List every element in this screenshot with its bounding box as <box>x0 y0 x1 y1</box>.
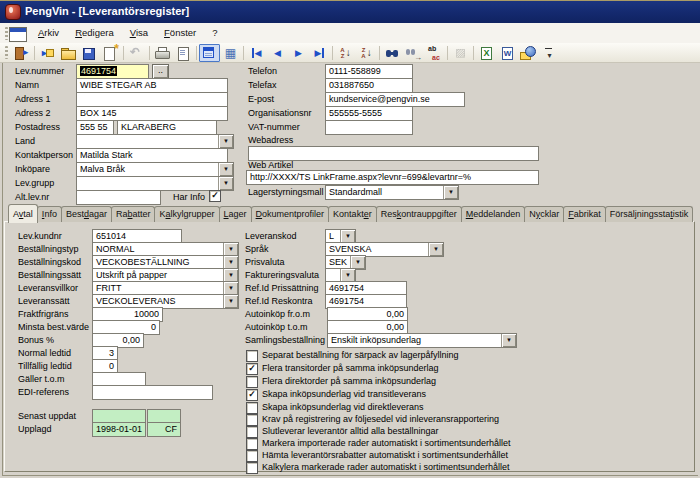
har-info-checkbox[interactable] <box>209 190 221 202</box>
adress1-input[interactable] <box>76 92 228 107</box>
avtal-checkbox-label: Hämta leverantörsrabatter automatiskt i … <box>262 450 508 461</box>
tab-kontakter[interactable]: Kontakter <box>328 206 377 222</box>
leverantor-form: Lev.nummer 4691754 .. Namn WIBE STEGAR A… <box>0 1 700 478</box>
refid-reskontra-label: Ref.Id Reskontra <box>245 296 313 307</box>
sprak-value: SVENSKA <box>329 244 372 254</box>
postort-input[interactable]: KLARABERG <box>117 120 217 135</box>
avtal-checkbox-markera-importerade-rader[interactable] <box>246 438 258 450</box>
sprak-dropdown-arrow[interactable]: ▼ <box>428 243 443 256</box>
lev-nummer-value: 4691754 <box>80 66 117 76</box>
tab-reskontrauppgifter[interactable]: Reskontrauppgifter <box>376 206 462 222</box>
senast-uppdat-label: Senast uppdat <box>18 411 76 422</box>
lagerstyrningsmall-combobox[interactable]: Standardmall▼ <box>325 185 459 200</box>
telefon-input[interactable]: 0111-558899 <box>325 64 413 79</box>
kontaktperson-input[interactable]: Matilda Stark <box>76 148 228 163</box>
land-combobox[interactable]: ▼ <box>76 134 234 149</box>
epost-input[interactable]: kundservice@pengvin.se <box>325 92 465 107</box>
minsta-best-varde-label: Minsta best.värde <box>18 322 89 333</box>
web-artikel-input[interactable]: http://XXXX/TS LinkFrame.aspx?levnr=699&… <box>246 170 539 185</box>
avtal-checkbox-skapa-inkopsunderlag-vid[interactable] <box>246 389 258 401</box>
lagerstyrningsmall-value: Standardmall <box>329 187 382 197</box>
telefax-label: Telefax <box>248 80 277 91</box>
adress2-input[interactable]: BOX 145 <box>76 106 228 121</box>
leveransvillkor-label: Leveransvillkor <box>18 283 78 294</box>
lev-nummer-browse-button[interactable]: .. <box>152 64 169 79</box>
leveranskod-value: L <box>329 231 334 241</box>
vat-nummer-input[interactable] <box>325 120 413 135</box>
vat-nummer-label: VAT-nummer <box>248 122 300 133</box>
namn-label: Namn <box>15 80 39 91</box>
faktureringsvaluta-label: Faktureringsvaluta <box>245 270 319 281</box>
inkopare-dropdown-arrow[interactable]: ▼ <box>218 163 233 176</box>
refid-prissattning-label: Ref.Id Prissättning <box>245 283 319 294</box>
tillfallig-ledtid-label: Tillfällig ledtid <box>18 361 72 372</box>
lev-kundnr-label: Lev.kundnr <box>18 231 62 242</box>
edi-referens-input[interactable] <box>92 385 213 400</box>
samlingsbestallning-label: Samlingsbeställning <box>245 335 325 346</box>
tab-avtal[interactable]: Avtal <box>8 204 38 223</box>
client-left-edge <box>2 63 3 475</box>
leveranssatt-dropdown-arrow[interactable]: ▼ <box>223 295 238 308</box>
client-bottom-edge <box>2 475 698 476</box>
kontaktperson-label: Kontaktperson <box>15 150 73 161</box>
avtal-checkbox-flera-direktorder-pa[interactable] <box>246 376 258 388</box>
land-dropdown-arrow[interactable]: ▼ <box>218 135 233 148</box>
bestallningstyp-value: NORMAL <box>96 244 135 254</box>
lev-grupp-label: Lev.grupp <box>15 178 54 189</box>
avtal-checkbox-label: Separat beställning för särpack av lager… <box>262 350 459 361</box>
upplagd-date-field: 1998-01-01 <box>92 422 146 437</box>
tab-meddelanden[interactable]: Meddelanden <box>461 206 526 222</box>
organisationsnr-input[interactable]: 555555-5555 <box>325 106 413 121</box>
webadress-input[interactable] <box>248 146 539 161</box>
galler-tom-label: Gäller t.o.m <box>18 374 65 385</box>
webadress-label: Webadress <box>248 135 293 146</box>
avtal-checkbox-label: Flera transitorder på samma inköpsunderl… <box>262 363 439 374</box>
avtal-checkbox-separat-bestallning-for[interactable] <box>246 350 258 362</box>
avtal-checkbox-slutleverar-leverantor-alltid[interactable] <box>246 426 258 438</box>
pengvin-window: PengVin - [Leverantörsregister] ArkivRed… <box>0 0 700 478</box>
bestallningstyp-label: Beställningstyp <box>18 244 79 255</box>
tab-dokumentprofiler[interactable]: Dokumentprofiler <box>251 206 330 222</box>
avtal-checkbox-flera-transitorder-pa[interactable] <box>246 363 258 375</box>
lev-grupp-combobox[interactable]: ▼ <box>76 176 234 191</box>
adress2-label: Adress 2 <box>15 108 51 119</box>
samlingsbestallning-dropdown-arrow[interactable]: ▼ <box>501 334 516 347</box>
autoinkop-from-label: Autoinköp fr.o.m <box>245 309 310 320</box>
lagerstyrningsmall-label: Lagerstyrningsmall <box>248 187 324 198</box>
inkopare-label: Inköpare <box>15 164 50 175</box>
inkopare-combobox[interactable]: Malva Bråk▼ <box>76 162 234 177</box>
samlingsbestallning-combobox[interactable]: Enskilt inköpsunderlag▼ <box>327 333 517 348</box>
tab-fabrikat[interactable]: Fabrikat <box>563 206 606 222</box>
har-info-label: Har Info <box>173 192 205 203</box>
tab-strip: AvtalInfoBestdagarRabatterKalkylgrupperL… <box>8 203 696 222</box>
telefax-input[interactable]: 031887650 <box>325 78 413 93</box>
avtal-checkbox-kalkylera-markerade-rader[interactable] <box>246 462 258 474</box>
tab-info[interactable]: Info <box>37 206 62 222</box>
tab-bestdagar[interactable]: Bestdagar <box>61 206 112 222</box>
tab-forsaljningsstatistik[interactable]: Försäljningsstatistik <box>605 206 694 222</box>
postadress-label: Postadress <box>15 122 60 133</box>
lev-nummer-input[interactable]: 4691754 <box>76 64 149 79</box>
lev-grupp-dropdown-arrow[interactable]: ▼ <box>218 177 233 190</box>
inkopare-value: Malva Bråk <box>80 164 125 174</box>
tab-kalkylgrupper[interactable]: Kalkylgrupper <box>154 206 219 222</box>
postnummer-input[interactable]: 555 55 <box>76 120 114 135</box>
fraktfrigrans-label: Fraktfrigräns <box>18 309 69 320</box>
avtal-checkbox-label: Krav på registrering av följesedel vid i… <box>262 414 499 425</box>
normal-ledtid-label: Normal ledtid <box>18 348 71 359</box>
avtal-checkbox-skapa-inkopsunderlag-vid[interactable] <box>246 402 258 414</box>
avtal-checkbox-krav-pa-registrering[interactable] <box>246 414 258 426</box>
tab-lager[interactable]: Lager <box>219 206 252 222</box>
autoinkop-tom-label: Autoinköp t.o.m <box>245 322 308 333</box>
lagerstyrningsmall-dropdown-arrow[interactable]: ▼ <box>443 186 458 199</box>
avtal-checkbox-label: Flera direktorder på samma inköpsunderla… <box>262 376 436 387</box>
avtal-checkbox-hamta-leverantorsrabatter-automatiskt[interactable] <box>246 450 258 462</box>
land-label: Land <box>15 136 35 147</box>
bestallningssatt-label: Beställningssätt <box>18 270 81 281</box>
namn-input[interactable]: WIBE STEGAR AB <box>76 78 228 93</box>
lev-nummer-label: Lev.nummer <box>15 66 64 77</box>
tab-nycklar[interactable]: Nycklar <box>524 206 564 222</box>
telefon-label: Telefon <box>248 66 277 77</box>
tab-rabatter[interactable]: Rabatter <box>111 206 156 222</box>
upplagd-label: Upplagd <box>18 424 52 435</box>
